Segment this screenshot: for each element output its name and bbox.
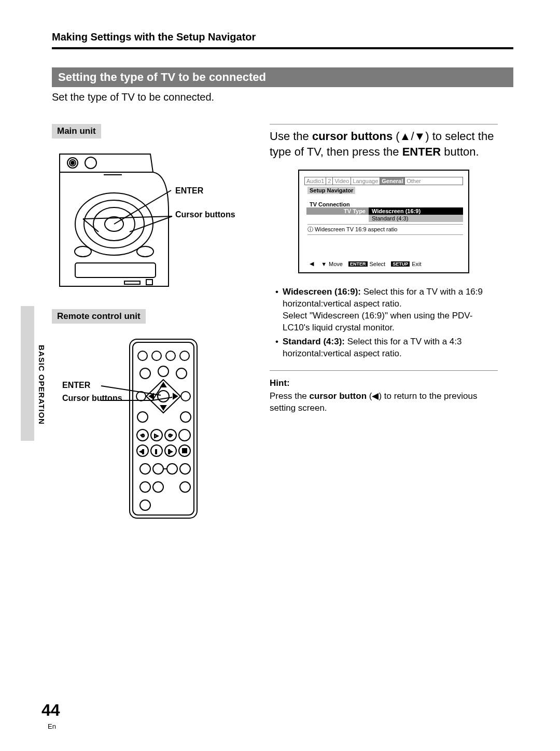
svg-point-47	[140, 464, 150, 474]
svg-point-21	[152, 351, 161, 360]
svg-point-9	[137, 246, 153, 257]
svg-point-52	[140, 482, 150, 492]
osd-tab: Language	[351, 177, 380, 185]
remote-cursor-callout: Cursor buttons	[62, 394, 122, 403]
svg-point-23	[180, 351, 189, 360]
svg-point-53	[153, 482, 163, 492]
svg-text:▷: ▷	[155, 433, 158, 438]
svg-point-2	[71, 161, 74, 164]
svg-line-14	[130, 216, 172, 232]
remote-enter-callout: ENTER	[62, 381, 90, 390]
osd-screen: Audio1 2 Video Language General Other Se…	[298, 170, 469, 273]
page-number: 44	[41, 701, 60, 720]
svg-line-13	[114, 190, 171, 224]
osd-footer: ◀ ▼Move ENTERSelect SETUPExit	[310, 260, 422, 267]
bullet-widescreen: Widescreen (16:9): Select this for a TV …	[283, 286, 498, 334]
svg-point-25	[158, 366, 169, 377]
svg-rect-12	[146, 280, 152, 285]
osd-tabs: Audio1 2 Video Language General Other	[304, 177, 463, 185]
instruction-text: Use the cursor buttons (▲/▼) to select t…	[270, 124, 498, 159]
hint-text: Press the cursor button (◀) to return to…	[270, 391, 498, 414]
svg-point-8	[75, 246, 91, 257]
osd-tab-active: General	[380, 177, 405, 185]
language-code: En	[48, 722, 56, 730]
osd-tab: Other	[405, 177, 423, 185]
main-unit-label: Main unit	[52, 124, 101, 138]
side-label: BASIC OPERATION	[37, 345, 46, 425]
svg-text:⟳: ⟳	[169, 433, 173, 438]
svg-rect-46	[183, 449, 187, 453]
osd-tab: Audio1	[305, 177, 326, 185]
main-unit-enter-callout: ENTER	[175, 186, 203, 196]
hint-label: Hint:	[270, 378, 498, 388]
section-title-bar: Setting the type of TV to be connected	[52, 67, 513, 87]
osd-tab: 2	[326, 177, 333, 185]
svg-text:‖▸: ‖▸	[168, 449, 172, 454]
svg-point-29	[181, 392, 190, 401]
osd-option-selected: Widescreen (16:9)	[369, 207, 463, 215]
osd-tv-connection: TV Connection	[310, 201, 463, 207]
svg-point-22	[166, 351, 175, 360]
svg-rect-11	[124, 281, 140, 284]
svg-point-31	[180, 412, 191, 422]
svg-text:◂‖: ◂‖	[140, 449, 144, 454]
osd-info: ⓘ Widescreen TV 16:9 aspect ratio	[307, 224, 463, 235]
header-rule	[52, 47, 513, 49]
remote-diagram: ⟲▷⟳ ◂‖‖‖▸ ENTER Cursor buttons	[52, 334, 254, 528]
svg-point-20	[138, 351, 147, 360]
side-tab	[21, 306, 34, 441]
osd-option: Standard (4:3)	[369, 215, 463, 222]
osd-tv-type-label: TV Type	[306, 207, 369, 215]
svg-point-26	[176, 368, 187, 379]
svg-text:‖: ‖	[155, 449, 157, 454]
svg-point-54	[180, 482, 190, 492]
svg-point-51	[180, 464, 190, 474]
osd-setup-navigator: Setup Navigator	[307, 187, 355, 194]
remote-unit-label: Remote control unit	[52, 309, 146, 324]
svg-point-48	[153, 464, 163, 474]
svg-text:⟲: ⟲	[141, 433, 145, 438]
svg-point-35	[179, 429, 190, 441]
main-unit-cursor-callout: Cursor buttons	[175, 210, 235, 219]
svg-line-59	[152, 397, 172, 400]
svg-point-27	[158, 391, 169, 402]
svg-point-24	[140, 368, 150, 379]
svg-point-50	[167, 464, 177, 474]
main-unit-diagram: ENTER Cursor buttons	[52, 144, 254, 296]
intro-text: Set the type of TV to be connected.	[52, 91, 513, 103]
option-bullets: Widescreen (16:9): Select this for a TV …	[270, 286, 498, 371]
osd-tab: Video	[333, 177, 351, 185]
svg-rect-10	[75, 263, 156, 277]
svg-point-3	[85, 157, 96, 169]
page-header: Making Settings with the Setup Navigator	[52, 31, 513, 43]
svg-point-30	[137, 412, 148, 422]
svg-point-55	[140, 500, 150, 510]
bullet-standard: Standard (4:3): Select this for a TV wit…	[283, 336, 498, 360]
